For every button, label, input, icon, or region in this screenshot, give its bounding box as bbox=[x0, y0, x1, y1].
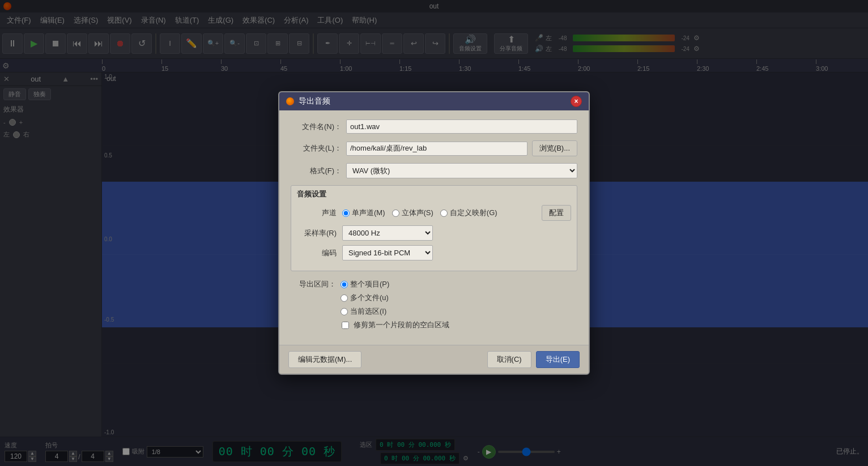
region-sel-item[interactable]: 当前选区(I) bbox=[341, 306, 386, 317]
stereo-radio[interactable] bbox=[392, 210, 399, 217]
channel-label: 声道 bbox=[297, 208, 337, 218]
folder-input[interactable] bbox=[346, 142, 527, 156]
filename-row: 文件名(N)： bbox=[291, 119, 577, 134]
export-region-label: 导出区间： bbox=[296, 279, 336, 289]
export-region: 导出区间： 整个项目(P) 多个文件(u) bbox=[291, 279, 577, 336]
export-button[interactable]: 导出(E) bbox=[536, 351, 580, 368]
sample-rate-select[interactable]: 48000 Hz 44100 Hz 22050 Hz 16000 Hz bbox=[342, 225, 433, 241]
dialog-close-button[interactable]: × bbox=[571, 96, 582, 107]
export-region-label-row: 导出区间： 整个项目(P) bbox=[296, 279, 572, 289]
mono-label: 单声道(M) bbox=[352, 208, 385, 218]
format-row: 格式(F)： WAV (微软) MP3 OGG Vorbis FLAC bbox=[291, 163, 577, 178]
region-multi-label: 多个文件(u) bbox=[350, 293, 389, 303]
region-sel-radio[interactable] bbox=[341, 308, 348, 315]
folder-label: 文件夹(L)： bbox=[291, 143, 342, 153]
edit-metadata-button[interactable]: 编辑元数据(M)... bbox=[288, 351, 361, 368]
stereo-radio-item[interactable]: 立体声(S) bbox=[392, 208, 433, 218]
dialog-footer: 编辑元数据(M)... 取消(C) 导出(E) bbox=[279, 345, 589, 374]
filename-input[interactable] bbox=[346, 119, 577, 134]
channel-row: 声道 单声道(M) 立体声(S) bbox=[297, 205, 571, 221]
browse-button[interactable]: 浏览(B)... bbox=[532, 140, 577, 156]
format-select[interactable]: WAV (微软) MP3 OGG Vorbis FLAC bbox=[346, 163, 577, 178]
mono-radio[interactable] bbox=[342, 210, 350, 217]
region-all-radio[interactable] bbox=[341, 281, 348, 288]
folder-row: 文件夹(L)： 浏览(B)... bbox=[291, 140, 577, 156]
export-dialog: 导出音频 × 文件名(N)： 文件夹(L)： 浏览(B)... 格式(F)： W… bbox=[278, 91, 590, 375]
trim-label: 修剪第一个片段前的空白区域 bbox=[354, 320, 449, 330]
region-all-label: 整个项目(P) bbox=[350, 279, 389, 289]
region-all-item[interactable]: 整个项目(P) bbox=[341, 279, 389, 289]
sample-rate-row: 采样率(R) 48000 Hz 44100 Hz 22050 Hz 16000 … bbox=[297, 225, 571, 241]
audio-settings-title: 音频设置 bbox=[291, 186, 577, 202]
dialog-icon bbox=[286, 97, 294, 105]
trim-checkbox[interactable] bbox=[342, 322, 349, 329]
trim-row: 修剪第一个片段前的空白区域 bbox=[296, 320, 572, 330]
cancel-button[interactable]: 取消(C) bbox=[487, 351, 531, 368]
channel-radio-group: 单声道(M) 立体声(S) 自定义映射(G) bbox=[342, 208, 497, 218]
custom-radio[interactable] bbox=[440, 210, 448, 217]
codec-row: 编码 Signed 16-bit PCM Signed 24-bit PCM S… bbox=[297, 245, 571, 260]
region-multi-item[interactable]: 多个文件(u) bbox=[341, 293, 389, 303]
format-label: 格式(F)： bbox=[291, 166, 342, 176]
dialog-body: 文件名(N)： 文件夹(L)： 浏览(B)... 格式(F)： WAV (微软)… bbox=[279, 110, 589, 345]
custom-radio-item[interactable]: 自定义映射(G) bbox=[440, 208, 497, 218]
dialog-title: 导出音频 bbox=[299, 96, 330, 106]
stereo-label: 立体声(S) bbox=[402, 208, 433, 218]
region-multi-radio[interactable] bbox=[341, 294, 348, 302]
dialog-titlebar: 导出音频 × bbox=[279, 92, 589, 110]
audio-settings-content: 声道 单声道(M) 立体声(S) bbox=[291, 202, 577, 271]
footer-right: 取消(C) 导出(E) bbox=[487, 351, 580, 368]
export-region-sel-row: 当前选区(I) bbox=[296, 306, 572, 317]
config-button[interactable]: 配置 bbox=[542, 205, 571, 221]
export-region-multi-row: 多个文件(u) bbox=[296, 293, 572, 303]
audio-settings-box: 音频设置 声道 单声道(M) 立体声(S) bbox=[291, 185, 577, 271]
custom-label: 自定义映射(G) bbox=[450, 208, 497, 218]
codec-label: 编码 bbox=[297, 248, 337, 258]
region-sel-label: 当前选区(I) bbox=[350, 306, 386, 317]
mono-radio-item[interactable]: 单声道(M) bbox=[342, 208, 385, 218]
codec-select[interactable]: Signed 16-bit PCM Signed 24-bit PCM Sign… bbox=[342, 245, 433, 260]
footer-left: 编辑元数据(M)... bbox=[288, 351, 361, 368]
filename-label: 文件名(N)： bbox=[291, 122, 342, 132]
modal-overlay: 导出音频 × 文件名(N)： 文件夹(L)： 浏览(B)... 格式(F)： W… bbox=[0, 0, 868, 466]
sample-rate-label: 采样率(R) bbox=[297, 228, 337, 238]
